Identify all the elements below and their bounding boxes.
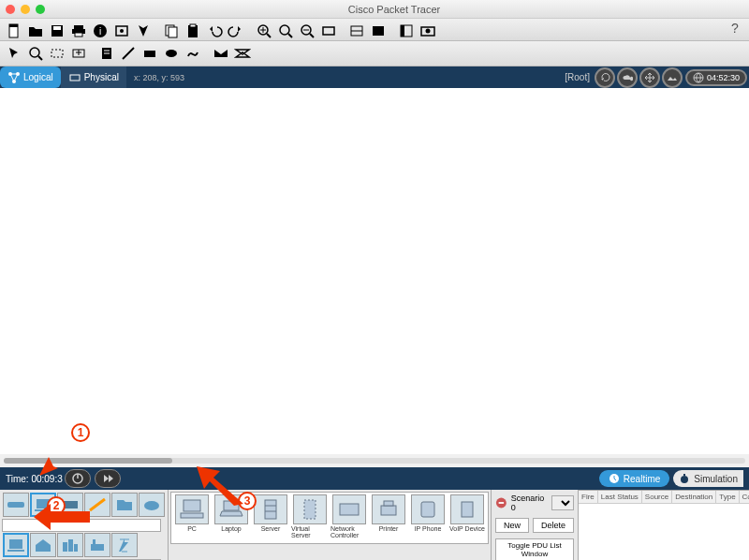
screenshot-icon[interactable] <box>418 21 438 41</box>
device-dialog-icon[interactable] <box>111 21 132 41</box>
complex-pdu-icon[interactable] <box>232 43 253 64</box>
device-ip-phone[interactable]: IP Phone <box>409 494 447 541</box>
toggle-pdu-list-button[interactable]: Toggle PDU List Window <box>495 538 574 560</box>
svg-point-50 <box>681 476 688 483</box>
svg-rect-34 <box>51 50 63 57</box>
move-object-icon[interactable] <box>639 67 660 88</box>
print-icon[interactable] <box>68 21 89 41</box>
svg-rect-71 <box>340 504 359 515</box>
svg-rect-1 <box>9 24 18 27</box>
template-icon[interactable] <box>133 21 154 41</box>
background-icon[interactable] <box>662 67 683 88</box>
help-icon[interactable]: ? <box>731 21 745 38</box>
minimize-icon[interactable] <box>21 5 30 14</box>
device-voip[interactable]: VoIP Device <box>448 494 486 541</box>
scenario-select[interactable] <box>551 495 574 510</box>
delete-scenario-button[interactable]: Delete <box>533 518 574 533</box>
select-tool-icon[interactable] <box>4 43 24 64</box>
subcategory-power-grid[interactable] <box>111 533 138 557</box>
subcategory-home[interactable] <box>30 533 56 557</box>
svg-rect-65 <box>181 513 203 518</box>
svg-rect-40 <box>144 51 155 57</box>
freeform-icon[interactable] <box>183 43 203 64</box>
tab-physical[interactable]: Physical <box>61 66 126 88</box>
time-value: 04:52:30 <box>707 73 740 82</box>
palette1-icon[interactable] <box>346 21 367 41</box>
workspace-canvas[interactable] <box>0 88 749 454</box>
device-laptop[interactable]: Laptop <box>213 494 250 541</box>
svg-rect-61 <box>74 544 78 552</box>
svg-rect-24 <box>323 27 334 35</box>
rect-icon[interactable] <box>140 43 160 64</box>
undo-icon[interactable] <box>204 21 225 41</box>
open-file-icon[interactable] <box>25 21 46 41</box>
tab-logical-label: Logical <box>23 72 53 82</box>
resize-tool-icon[interactable] <box>68 43 89 64</box>
maximize-icon[interactable] <box>36 5 45 14</box>
note-icon[interactable] <box>96 43 117 64</box>
zoom-reset-icon[interactable] <box>275 21 296 41</box>
physical-icon <box>68 71 81 84</box>
close-icon[interactable] <box>6 5 15 14</box>
svg-point-31 <box>426 29 431 34</box>
line-icon[interactable] <box>118 43 139 64</box>
simulation-button[interactable]: Simulation <box>673 470 743 487</box>
copy-icon[interactable] <box>161 21 182 41</box>
svg-rect-73 <box>384 501 393 506</box>
category-network-devices[interactable] <box>3 493 29 517</box>
svg-line-39 <box>123 48 134 59</box>
save-icon[interactable] <box>47 21 67 41</box>
scroll-thumb[interactable] <box>4 458 172 464</box>
svg-rect-59 <box>63 542 67 552</box>
scenario-delete-icon[interactable] <box>495 496 507 509</box>
new-file-icon[interactable] <box>4 21 24 41</box>
realtime-button[interactable]: Realtime <box>599 470 669 487</box>
move-tool-icon[interactable] <box>47 43 67 64</box>
zoom-in-icon[interactable] <box>254 21 274 41</box>
category-connections[interactable] <box>84 493 110 517</box>
event-list-panel: Fire Last Status Source Destination Type… <box>578 490 749 560</box>
svg-point-56 <box>144 501 159 510</box>
viewport-time[interactable]: 04:52:30 <box>685 69 747 86</box>
device-network-controller[interactable]: Network Controller <box>330 494 368 541</box>
category-components[interactable] <box>57 493 83 517</box>
cloud-icon[interactable] <box>617 67 638 88</box>
power-cycle-icon[interactable] <box>65 469 91 488</box>
marquee-tool-icon[interactable] <box>25 43 46 64</box>
category-search-input[interactable] <box>2 519 161 532</box>
svg-rect-53 <box>37 499 50 508</box>
redo-icon[interactable] <box>226 21 246 41</box>
zoom-fit-icon[interactable] <box>318 21 339 41</box>
device-pc[interactable]: PC <box>173 494 211 541</box>
zoom-out-icon[interactable] <box>297 21 317 41</box>
root-button[interactable]: [Root] <box>561 72 594 82</box>
category-misc[interactable] <box>111 493 138 517</box>
subcategory-industrial[interactable] <box>84 533 110 557</box>
paste-icon[interactable] <box>183 21 203 41</box>
scenario-label: Scenario 0 <box>511 494 548 512</box>
subcategory-smart-city[interactable] <box>57 533 83 557</box>
svg-rect-60 <box>68 539 73 552</box>
device-virtual-server[interactable]: Virtual Server <box>291 494 329 541</box>
globe-icon <box>693 72 704 83</box>
category-end-devices[interactable] <box>30 493 56 517</box>
new-scenario-button[interactable]: New <box>495 518 529 533</box>
tab-logical[interactable]: Logical <box>0 66 61 88</box>
fast-forward-icon[interactable] <box>95 469 121 488</box>
category-multiuser[interactable] <box>139 493 165 517</box>
device-printer[interactable]: Printer <box>370 494 407 541</box>
svg-rect-74 <box>421 502 434 517</box>
subcategory-end-devices[interactable] <box>3 533 29 557</box>
svg-point-41 <box>166 50 177 57</box>
svg-rect-4 <box>74 25 83 29</box>
device-server[interactable]: Server <box>252 494 289 541</box>
horizontal-scrollbar[interactable] <box>0 454 749 467</box>
back-nav-icon[interactable] <box>595 67 615 88</box>
simple-pdu-icon[interactable] <box>211 43 231 64</box>
activity-wizard-icon[interactable]: i <box>90 21 110 41</box>
ellipse-icon[interactable] <box>161 43 182 64</box>
svg-point-32 <box>30 48 39 57</box>
svg-rect-52 <box>7 502 24 508</box>
panel-icon[interactable] <box>396 21 417 41</box>
palette2-icon[interactable] <box>368 21 389 41</box>
